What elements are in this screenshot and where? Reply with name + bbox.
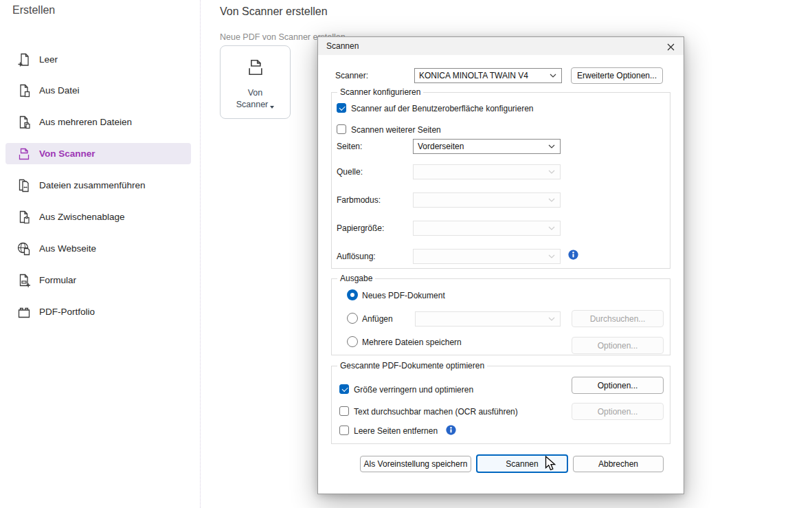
aufloesung-select — [413, 249, 561, 264]
sidebar-item-label: Aus Webseite — [39, 243, 96, 254]
aufloesung-label: Auflösung: — [337, 252, 376, 261]
sidebar-item-pdf-portfolio[interactable]: PDF-Portfolio — [5, 301, 191, 322]
remove-blank-pages-checkbox[interactable] — [339, 426, 349, 435]
papiergroesse-select — [413, 221, 561, 236]
papiergroesse-label: Papiergröße: — [337, 223, 384, 233]
blank-page-icon — [16, 52, 32, 67]
sidebar-item-label: Von Scanner — [39, 148, 95, 159]
from-file-icon — [16, 83, 32, 98]
ocr-checkbox[interactable] — [339, 406, 349, 416]
multiple-files-icon — [16, 115, 32, 130]
clipboard-icon — [16, 210, 32, 225]
browse-button: Durchsuchen... — [572, 310, 664, 327]
sidebar-item-label: PDF-Portfolio — [39, 307, 95, 317]
info-icon[interactable] — [568, 250, 578, 260]
scanner-icon — [245, 57, 266, 80]
sidebar-item-label: Aus Zwischenablage — [39, 212, 125, 222]
sidebar-item-label: Formular — [39, 275, 76, 285]
chevron-down-icon — [548, 226, 555, 230]
farbmodus-select — [413, 192, 561, 208]
reduce-size-options-button[interactable]: Optionen... — [572, 377, 664, 394]
seiten-label: Seiten: — [337, 142, 362, 151]
configure-ui-label: Scanner auf der Benutzeroberfläche konfi… — [351, 104, 534, 113]
chevron-down-icon — [548, 254, 555, 258]
cancel-button[interactable]: Abbrechen — [573, 456, 664, 472]
sidebar-item-von-scanner[interactable]: Von Scanner — [5, 143, 191, 164]
scan-more-pages-label: Scannen weiterer Seiten — [351, 125, 441, 135]
sidebar-item-dateien-zusammenfuehren[interactable]: Dateien zusammenführen — [5, 175, 191, 196]
remove-blank-pages-label: Leere Seiten entfernen — [354, 426, 438, 436]
save-preset-button[interactable]: Als Voreinstellung speichern — [360, 456, 471, 472]
info-icon[interactable] — [446, 425, 456, 435]
reduce-size-label: Größe verringern und optimieren — [354, 385, 473, 395]
scanner-select[interactable]: KONICA MINOLTA TWAIN V4 — [414, 68, 562, 83]
ocr-label: Text durchsuchbar machen (OCR ausführen) — [354, 407, 518, 417]
multiple-files-label: Mehrere Dateien speichern — [362, 338, 462, 347]
configure-group: Scanner konfigurieren — [331, 92, 670, 269]
new-pdf-radio[interactable] — [347, 289, 358, 300]
close-icon[interactable] — [664, 41, 677, 53]
append-file-select — [415, 311, 561, 327]
append-radio[interactable] — [347, 313, 358, 324]
dropdown-caret-icon — [270, 106, 274, 109]
scan-more-pages-checkbox[interactable] — [337, 124, 346, 134]
ocr-options-button: Optionen... — [572, 403, 664, 420]
tile-label: Von Scanner — [236, 87, 275, 111]
new-pdf-label: Neues PDF-Dokument — [362, 291, 445, 300]
chevron-down-icon — [550, 74, 556, 78]
advanced-options-button[interactable]: Erweiterte Optionen... — [571, 67, 663, 84]
chevron-down-icon — [548, 198, 555, 202]
panel-title: Erstellen — [12, 4, 55, 16]
seiten-select[interactable]: Vorderseiten — [413, 139, 561, 154]
quelle-label: Quelle: — [337, 167, 363, 177]
page-title: Von Scanner erstellen — [220, 5, 328, 18]
configure-ui-checkbox[interactable] — [337, 103, 346, 113]
multiple-files-options-button: Optionen... — [572, 337, 664, 354]
append-label: Anfügen — [362, 314, 393, 324]
sidebar-item-label: Dateien zusammenführen — [39, 180, 146, 190]
sidebar-item-aus-mehreren-dateien[interactable]: Aus mehreren Dateien — [5, 111, 191, 133]
combine-files-icon — [16, 178, 32, 193]
sidebar-item-formular[interactable]: Formular — [5, 269, 191, 291]
scan-button[interactable]: Scannen — [476, 454, 568, 473]
scan-dialog: Scannen Scanner: KONICA MINOLTA TWAIN V4… — [317, 36, 684, 494]
sidebar-item-aus-zwischenablage[interactable]: Aus Zwischenablage — [5, 206, 191, 228]
dialog-title: Scannen — [326, 41, 359, 51]
output-group-legend: Ausgabe — [337, 274, 375, 283]
chevron-down-icon — [548, 317, 555, 321]
panel-divider — [200, 0, 201, 508]
chevron-down-icon — [548, 170, 555, 174]
scanner-icon — [16, 146, 32, 162]
chevron-down-icon — [548, 144, 555, 148]
sidebar-item-label: Aus Datei — [39, 85, 80, 96]
sidebar-item-aus-webseite[interactable]: Aus Webseite — [5, 238, 191, 259]
dialog-titlebar: Scannen — [318, 37, 684, 55]
von-scanner-tile-button[interactable]: Von Scanner — [220, 45, 291, 119]
reduce-size-checkbox[interactable] — [339, 384, 349, 394]
configure-group-legend: Scanner konfigurieren — [337, 87, 423, 97]
multiple-files-radio[interactable] — [347, 336, 358, 347]
sidebar-item-aus-datei[interactable]: Aus Datei — [5, 80, 191, 101]
portfolio-icon — [16, 305, 32, 320]
form-icon — [16, 273, 32, 288]
sidebar-item-label: Aus mehreren Dateien — [39, 117, 132, 127]
farbmodus-label: Farbmodus: — [337, 195, 381, 205]
sidebar-item-label: Leer — [39, 54, 58, 65]
optimize-group-legend: Gescannte PDF-Dokumente optimieren — [337, 361, 487, 371]
app-window: Erstellen Leer Aus Datei Aus mehreren Da… — [0, 0, 812, 508]
quelle-select — [413, 164, 561, 179]
scanner-label: Scanner: — [335, 71, 368, 80]
webpage-icon — [16, 241, 32, 256]
sidebar-item-leer[interactable]: Leer — [5, 49, 191, 70]
